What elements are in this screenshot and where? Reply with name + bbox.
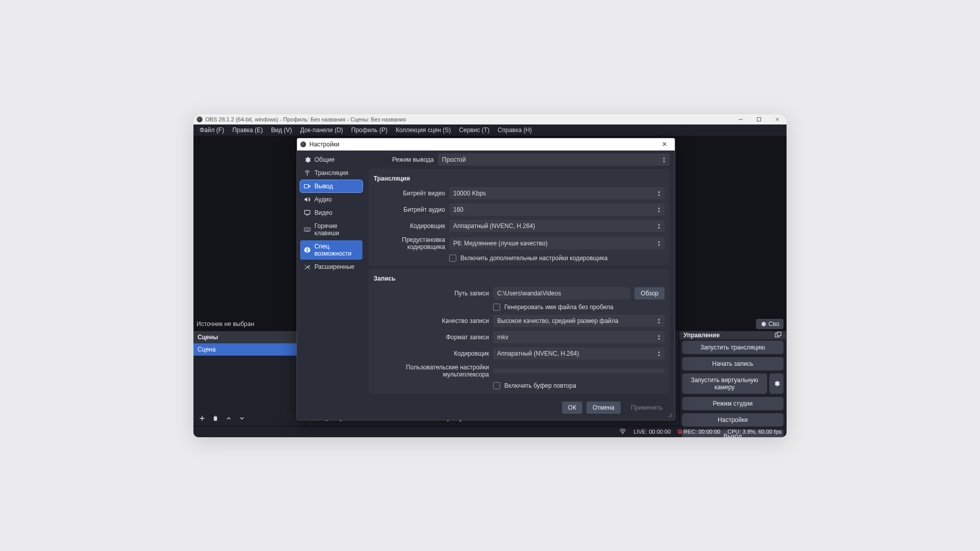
keyboard-icon <box>304 226 311 233</box>
monitor-icon <box>304 209 311 216</box>
encoder-preset-select[interactable]: P6: Медленнее (лучше качество) ▲▼ <box>449 237 665 249</box>
output-mode-label: Режим вывода <box>369 156 434 163</box>
start-recording-button[interactable]: Начать запись <box>682 357 783 370</box>
antenna-icon <box>304 169 311 177</box>
recording-format-label: Формат записи <box>374 334 489 341</box>
record-icon <box>678 430 682 434</box>
chevron-updown-icon: ▲▼ <box>660 154 668 166</box>
audio-bitrate-label: Битрейт аудио <box>374 206 445 213</box>
scene-down-button[interactable] <box>236 413 248 424</box>
recording-panel: Запись Путь записи C:\Users\wanda\Videos… <box>369 269 670 393</box>
video-bitrate-input[interactable]: 10000 Kbps ▲▼ <box>449 187 665 199</box>
svg-rect-0 <box>757 117 761 121</box>
nav-audio[interactable]: Аудио <box>300 193 362 206</box>
obs-icon <box>197 116 203 122</box>
recording-encoder-label: Кодировщик <box>374 350 489 357</box>
menu-file[interactable]: Файл (F) <box>195 127 228 134</box>
apply-button[interactable]: Применить <box>625 402 669 414</box>
status-rec: REC: 00:00:00 <box>683 429 720 435</box>
browse-button[interactable]: Обзор <box>634 287 665 299</box>
settings-footer: ОК Отмена Применить <box>297 396 675 420</box>
nav-video[interactable]: Видео <box>300 207 362 219</box>
replay-buffer-label: Включить буфер повтора <box>504 382 576 389</box>
menu-tools[interactable]: Сервис (T) <box>455 127 494 134</box>
menu-scenes[interactable]: Коллекция сцен (S) <box>391 127 455 134</box>
maximize-button[interactable] <box>750 114 768 124</box>
muxer-label: Пользовательские настройки мультиплексор… <box>374 364 489 378</box>
ok-button[interactable]: ОК <box>562 402 582 414</box>
advanced-encoder-label: Включить дополнительные настройки кодиро… <box>460 255 607 262</box>
settings-title: Настройки <box>309 141 339 148</box>
nav-hotkeys[interactable]: Горячие клавиши <box>300 220 362 239</box>
start-streaming-button[interactable]: Запустить трансляцию <box>682 341 783 354</box>
accessibility-icon <box>304 246 311 254</box>
settings-dialog: Настройки × Общие Трансляция Вывод <box>297 138 675 420</box>
recording-format-select[interactable]: mkv ▲▼ <box>493 331 665 343</box>
scene-add-button[interactable] <box>197 413 208 424</box>
controls-dock: Управление Запустить трансляцию Начать з… <box>679 331 787 426</box>
obs-icon <box>300 141 306 147</box>
spinner-icon: ▲▼ <box>655 187 663 199</box>
menu-help[interactable]: Справка (H) <box>494 127 536 134</box>
replay-buffer-checkbox[interactable] <box>493 382 500 389</box>
tools-icon <box>304 263 311 270</box>
menu-view[interactable]: Вид (V) <box>267 127 296 134</box>
status-live: LIVE: 00:00:00 <box>633 429 671 435</box>
source-properties-button[interactable]: Сво <box>756 319 783 329</box>
recording-quality-select[interactable]: Высокое качество, средний размер файла ▲… <box>493 315 665 327</box>
svg-rect-5 <box>777 332 780 336</box>
start-vcam-button[interactable]: Запустить виртуальную камеру <box>682 373 767 394</box>
nav-output[interactable]: Вывод <box>300 180 362 192</box>
nav-advanced[interactable]: Расширенные <box>300 261 362 273</box>
chevron-updown-icon: ▲▼ <box>655 204 663 216</box>
menu-docks[interactable]: Док-панели (D) <box>296 127 347 134</box>
menu-edit[interactable]: Правка (E) <box>228 127 267 134</box>
output-mode-select[interactable]: Простой ▲▼ <box>438 154 670 166</box>
studio-mode-button[interactable]: Режим студии <box>682 397 783 410</box>
gear-icon <box>760 321 766 327</box>
nav-stream[interactable]: Трансляция <box>300 167 362 179</box>
audio-bitrate-select[interactable]: 160 ▲▼ <box>449 204 665 216</box>
streaming-title: Трансляция <box>374 173 665 183</box>
recording-path-input[interactable]: C:\Users\wanda\Videos <box>493 287 630 299</box>
scene-remove-button[interactable] <box>210 413 221 424</box>
minimize-button[interactable] <box>731 114 750 124</box>
svg-point-7 <box>307 172 308 173</box>
close-button[interactable] <box>768 114 787 124</box>
scene-item[interactable]: Сцена <box>193 343 304 356</box>
window-title: OBS 28.1.2 (64-bit, windows) - Профиль: … <box>205 116 406 122</box>
chevron-updown-icon: ▲▼ <box>655 315 663 327</box>
recording-path-label: Путь записи <box>374 290 489 297</box>
recording-encoder-select[interactable]: Аппаратный (NVENC, H.264) ▲▼ <box>493 347 665 360</box>
svg-point-12 <box>307 247 308 248</box>
recording-title: Запись <box>374 273 665 283</box>
dock-popout-icon[interactable] <box>774 331 782 339</box>
nav-accessibility[interactable]: Спец. возможности <box>300 240 362 260</box>
no-space-filename-checkbox[interactable] <box>493 304 500 311</box>
network-icon <box>619 429 626 435</box>
stream-encoder-select[interactable]: Аппаратный (NVENC, H.264) ▲▼ <box>449 220 665 232</box>
resize-grip-icon[interactable] <box>668 413 673 418</box>
vcam-settings-button[interactable] <box>769 373 783 394</box>
nav-general[interactable]: Общие <box>300 154 362 166</box>
status-cpu: CPU: 3.9%, 60.00 fps <box>727 429 781 435</box>
chevron-updown-icon: ▲▼ <box>655 331 663 343</box>
chevron-updown-icon: ▲▼ <box>655 237 663 249</box>
settings-close-button[interactable]: × <box>657 140 672 149</box>
muxer-input[interactable] <box>493 368 665 373</box>
speaker-icon <box>304 196 311 203</box>
settings-button[interactable]: Настройки <box>682 413 783 427</box>
cancel-button[interactable]: Отмена <box>586 402 621 414</box>
chevron-updown-icon: ▲▼ <box>655 220 663 232</box>
scene-up-button[interactable] <box>223 413 234 424</box>
settings-titlebar: Настройки × <box>297 138 675 151</box>
recording-quality-label: Качество записи <box>374 317 489 324</box>
video-bitrate-label: Битрейт видео <box>374 190 445 197</box>
scenes-header: Сцены <box>193 331 304 343</box>
advanced-encoder-checkbox[interactable] <box>449 255 456 262</box>
menu-profile[interactable]: Профиль (P) <box>347 127 391 134</box>
svg-rect-9 <box>305 210 310 214</box>
no-space-filename-label: Генерировать имя файла без пробела <box>504 304 614 311</box>
chevron-updown-icon: ▲▼ <box>655 347 663 360</box>
svg-rect-8 <box>304 184 308 188</box>
